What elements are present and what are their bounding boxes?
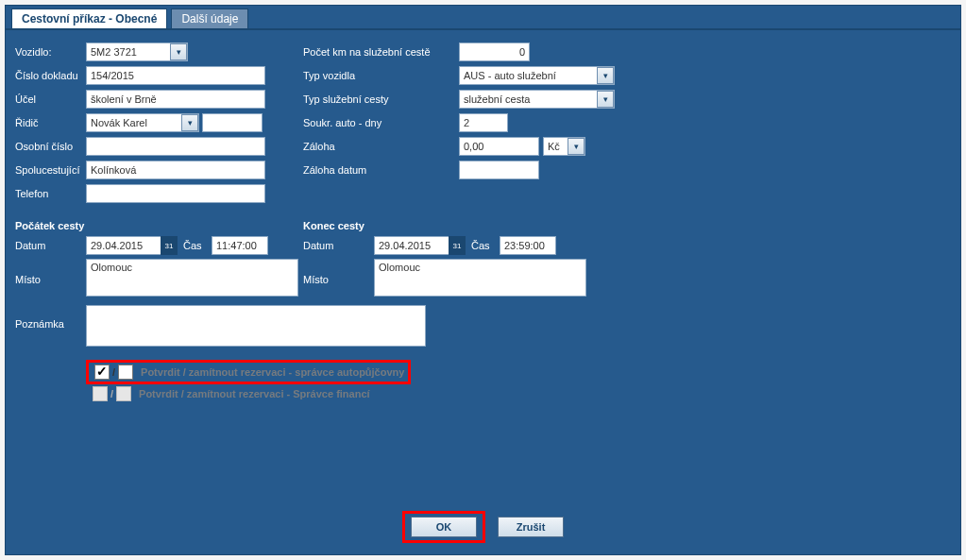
chevron-down-icon[interactable]: ▾ [170,43,187,60]
highlight-confirm-rental: / Potvrdit / zamítnout rezervaci - správ… [86,360,411,384]
label-vehicle-type: Typ vozidla [303,70,459,81]
purpose-input[interactable] [86,90,265,109]
label-advance-date: Záloha datum [303,164,459,176]
driver-extra-input[interactable] [202,113,263,132]
confirm-rental-reject-checkbox[interactable] [118,365,133,380]
label-phone: Telefon [15,188,86,199]
note-input[interactable] [86,305,426,347]
label-personal-num: Osobní číslo [15,141,86,152]
label-purpose: Účel [15,93,86,105]
currency-select[interactable]: Kč ▾ [543,137,585,156]
co-traveller-input[interactable] [86,161,265,179]
dialog-footer: OK Zrušit [6,511,960,543]
confirm-finance-accept-checkbox [93,386,108,401]
label-end-place: Místo [303,274,374,285]
advance-date-input[interactable] [459,161,539,179]
end-header: Konec cesty [303,220,951,231]
label-advance: Záloha [303,141,459,152]
label-start-time: Čas [183,240,212,251]
docnum-input[interactable] [86,66,265,85]
tab-strip: Cestovní příkaz - Obecné Další údaje [6,6,960,30]
slash-separator: / [112,366,115,378]
label-end-time: Čas [471,240,500,251]
label-private-days: Soukr. auto - dny [303,117,459,128]
form-content: Vozidlo: 5M2 3721 ▾ Číslo dokladu Účel Ř… [6,30,960,552]
advance-input[interactable] [459,137,539,156]
vehicle-value: 5M2 3721 [87,46,170,58]
calendar-icon[interactable]: 31 [449,236,466,255]
trip-type-value: služební cesta [460,93,597,105]
label-start-date: Datum [15,240,86,251]
highlight-ok: OK [402,511,485,543]
trip-type-select[interactable]: služební cesta ▾ [459,90,615,109]
travel-order-dialog: Cestovní příkaz - Obecné Další údaje Voz… [5,5,961,555]
chevron-down-icon[interactable]: ▾ [181,114,198,131]
start-header: Počátek cesty [15,220,303,231]
chevron-down-icon[interactable]: ▾ [597,91,614,108]
vehicle-type-value: AUS - auto služební [460,70,597,81]
end-time-input[interactable] [500,236,556,255]
chevron-down-icon[interactable]: ▾ [597,67,614,84]
km-input[interactable] [459,42,530,61]
start-place-input[interactable] [86,259,298,297]
end-date-input[interactable] [374,236,449,255]
vehicle-type-select[interactable]: AUS - auto služební ▾ [459,66,615,85]
chevron-down-icon[interactable]: ▾ [568,138,585,155]
label-km: Počet km na služební cestě [303,46,459,58]
cancel-button[interactable]: Zrušit [498,517,564,537]
vehicle-select[interactable]: 5M2 3721 ▾ [86,42,188,61]
tab-other[interactable]: Další údaje [171,8,248,28]
personal-num-input[interactable] [86,137,265,156]
calendar-icon[interactable]: 31 [161,236,178,255]
confirm-finance-label: Potvrdit / zamítnout rezervaci - Správce… [139,388,370,399]
currency-value: Kč [544,141,568,152]
start-date-input[interactable] [86,236,161,255]
label-driver: Řidič [15,117,86,128]
label-docnum: Číslo dokladu [15,70,86,81]
confirm-finance-reject-checkbox [116,386,131,401]
slash-separator: / [110,388,113,399]
start-time-input[interactable] [212,236,268,255]
label-co-traveller: Spolucestující [15,164,86,176]
end-place-input[interactable] [374,259,586,297]
label-trip-type: Typ služební cesty [303,93,459,105]
phone-input[interactable] [86,184,265,203]
label-vehicle: Vozidlo: [15,46,86,58]
tab-general[interactable]: Cestovní příkaz - Obecné [11,8,167,28]
confirm-rental-accept-checkbox[interactable] [94,365,110,380]
label-note: Poznámka [15,318,86,330]
driver-select[interactable]: Novák Karel ▾ [86,113,199,132]
label-start-place: Místo [15,274,86,285]
driver-value: Novák Karel [87,117,181,128]
ok-button[interactable]: OK [411,517,477,537]
confirm-rental-label: Potvrdit / zamítnout rezervaci - správce… [141,366,404,378]
label-end-date: Datum [303,240,374,251]
private-days-input[interactable] [459,113,508,132]
